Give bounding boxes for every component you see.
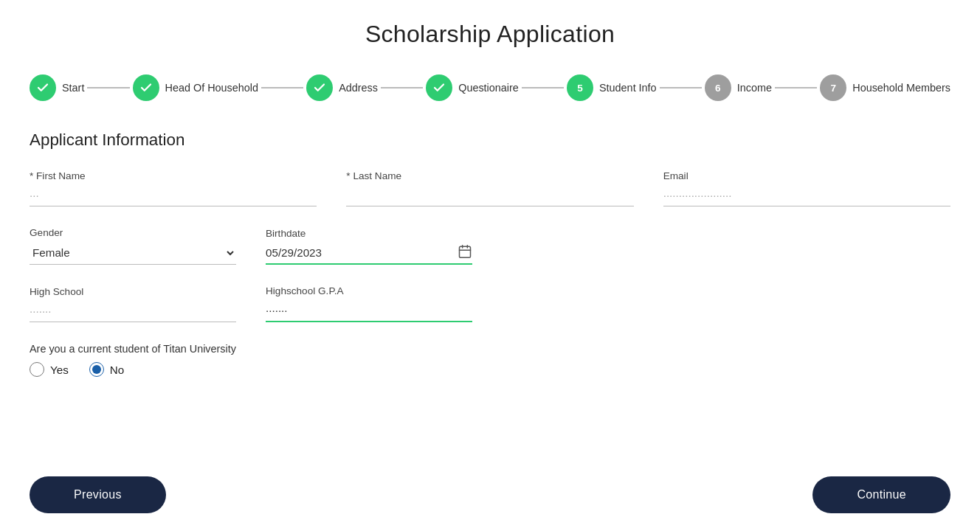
last-name-input[interactable]: [346, 184, 633, 206]
birthdate-input[interactable]: [266, 242, 472, 265]
form-row-1: * First Name * Last Name Email: [30, 170, 950, 206]
birthdate-field: Birthdate: [266, 228, 472, 265]
gpa-field: Highschool G.P.A: [266, 285, 472, 322]
last-name-field: * Last Name: [346, 170, 633, 206]
stepper: Start Head Of Household Address Question…: [0, 74, 980, 131]
step-head-of-household: Head Of Household: [133, 74, 258, 101]
footer: Previous Continue: [0, 462, 980, 528]
titan-question: Are you a current student of Titan Unive…: [30, 343, 950, 355]
gender-field: Gender Female Male Other Prefer not to s…: [30, 227, 236, 265]
titan-question-group: Are you a current student of Titan Unive…: [30, 343, 950, 377]
gpa-input[interactable]: [266, 299, 472, 322]
connector-6: [775, 87, 817, 88]
first-name-input[interactable]: [30, 184, 317, 206]
step-icon-hoh: [133, 74, 159, 101]
step-address: Address: [306, 74, 378, 101]
email-label: Email: [663, 170, 950, 181]
step-icon-household-members: 7: [820, 74, 846, 101]
email-field: Email: [663, 170, 950, 206]
first-name-field: * First Name: [30, 170, 317, 206]
step-icon-address: [306, 74, 333, 101]
radio-no-label: No: [110, 364, 124, 376]
birthdate-wrapper: [266, 242, 472, 265]
step-icon-questionaire: [426, 74, 452, 101]
high-school-field: High School: [30, 286, 236, 322]
form-row-3: High School Highschool G.P.A: [30, 285, 950, 322]
step-icon-student-info: 5: [567, 74, 593, 101]
connector-2: [261, 87, 303, 88]
step-icon-start: [30, 74, 56, 101]
step-label-hoh: Head Of Household: [165, 82, 258, 94]
step-income: 6 Income: [705, 74, 772, 101]
gender-label: Gender: [30, 227, 236, 238]
connector-1: [87, 87, 129, 88]
step-start: Start: [30, 74, 84, 101]
page-title: Scholarship Application: [0, 0, 980, 74]
connector-4: [522, 87, 564, 88]
svg-rect-0: [460, 246, 471, 257]
radio-no-option[interactable]: No: [89, 362, 124, 377]
step-label-household-members: Household Members: [852, 82, 950, 94]
step-questionaire: Questionaire: [426, 74, 519, 101]
step-student-info: 5 Student Info: [567, 74, 657, 101]
radio-no[interactable]: [89, 362, 104, 377]
radio-yes-option[interactable]: Yes: [30, 362, 69, 377]
connector-5: [660, 87, 702, 88]
previous-button[interactable]: Previous: [30, 476, 166, 513]
high-school-label: High School: [30, 286, 236, 297]
high-school-input[interactable]: [30, 300, 236, 322]
birthdate-label: Birthdate: [266, 228, 472, 239]
step-label-student-info: Student Info: [599, 82, 657, 94]
form-container: Applicant Information * First Name * Las…: [0, 131, 980, 377]
step-label-start: Start: [62, 82, 84, 94]
gender-select[interactable]: Female Male Other Prefer not to say: [30, 241, 236, 265]
connector-3: [381, 87, 423, 88]
section-title: Applicant Information: [30, 131, 950, 150]
step-icon-income: 6: [705, 74, 731, 101]
first-name-label: * First Name: [30, 170, 317, 181]
form-row-2: Gender Female Male Other Prefer not to s…: [30, 227, 950, 265]
last-name-label: * Last Name: [346, 170, 633, 181]
step-label-questionaire: Questionaire: [458, 82, 519, 94]
step-household-members: 7 Household Members: [820, 74, 950, 101]
radio-yes-label: Yes: [50, 364, 69, 376]
calendar-icon[interactable]: [458, 244, 472, 263]
gpa-label: Highschool G.P.A: [266, 285, 472, 296]
step-label-income: Income: [737, 82, 772, 94]
radio-yes[interactable]: [30, 362, 44, 377]
radio-group: Yes No: [30, 362, 950, 377]
step-label-address: Address: [339, 82, 378, 94]
continue-button[interactable]: Continue: [812, 476, 950, 513]
email-input[interactable]: [663, 184, 950, 206]
